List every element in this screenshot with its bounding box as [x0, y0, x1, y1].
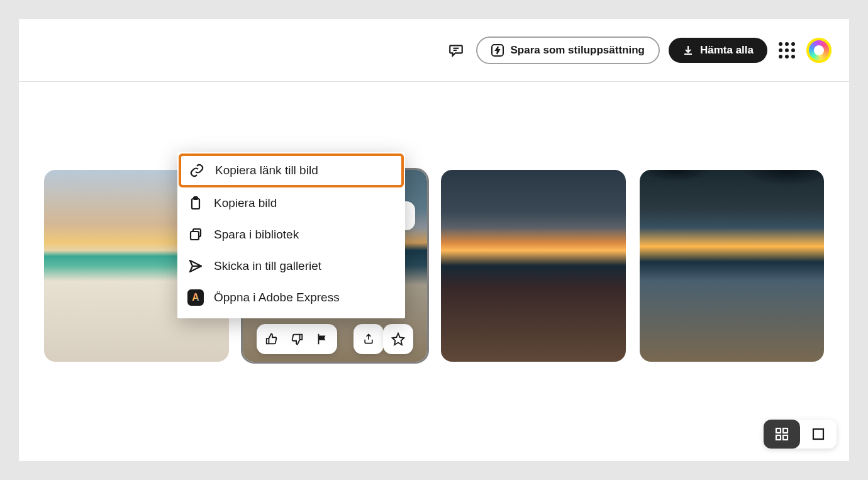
- menu-open-adobe-express[interactable]: Öppna i Adobe Express: [177, 282, 405, 313]
- context-menu: Kopiera länk till bild Kopiera bild Spar…: [177, 152, 405, 318]
- star-icon: [391, 332, 405, 346]
- feedback-actions: [257, 324, 337, 354]
- thumbs-up-icon: [265, 332, 279, 346]
- library-icon: [187, 226, 204, 243]
- menu-item-label: Kopiera länk till bild: [215, 164, 318, 177]
- svg-rect-6: [776, 428, 781, 433]
- menu-copy-image[interactable]: Kopiera bild: [177, 187, 405, 219]
- svg-rect-10: [813, 429, 823, 439]
- adobe-express-icon: [187, 289, 204, 306]
- favorite-action: [383, 324, 413, 354]
- single-view-button[interactable]: [800, 420, 837, 449]
- flag-button[interactable]: [309, 327, 335, 352]
- content-area: [19, 82, 849, 387]
- clipboard-icon: [187, 195, 204, 211]
- feedback-button[interactable]: [445, 39, 467, 62]
- image-grid: [44, 170, 824, 362]
- menu-submit-gallery[interactable]: Skicka in till galleriet: [177, 250, 405, 282]
- save-style-button[interactable]: Spara som stiluppsättning: [476, 36, 659, 64]
- app-switcher-button[interactable]: [779, 42, 795, 59]
- svg-rect-7: [783, 428, 787, 433]
- feedback-icon: [448, 42, 464, 59]
- flag-icon: [315, 332, 329, 346]
- image-card[interactable]: [441, 170, 626, 362]
- download-all-label: Hämta alla: [700, 44, 754, 57]
- menu-save-library[interactable]: Spara i bibliotek: [177, 219, 405, 250]
- send-icon: [187, 258, 204, 274]
- single-icon: [811, 427, 825, 441]
- menu-item-label: Kopiera bild: [214, 196, 277, 210]
- menu-copy-link[interactable]: Kopiera länk till bild: [179, 153, 404, 187]
- app-container: Spara som stiluppsättning Hämta alla: [19, 19, 849, 461]
- share-icon: [362, 333, 375, 345]
- thumbs-down-button[interactable]: [284, 327, 309, 352]
- thumbs-up-button[interactable]: [259, 327, 284, 352]
- share-action: [353, 324, 384, 354]
- svg-rect-8: [776, 435, 781, 440]
- favorite-button[interactable]: [386, 327, 411, 352]
- share-button[interactable]: [356, 327, 381, 352]
- svg-rect-9: [783, 435, 787, 440]
- grid-view-button[interactable]: [764, 420, 800, 449]
- svg-rect-2: [192, 199, 199, 209]
- menu-item-label: Skicka in till galleriet: [214, 259, 321, 273]
- toolbar: Spara som stiluppsättning Hämta alla: [19, 19, 849, 82]
- menu-item-label: Spara i bibliotek: [214, 228, 299, 242]
- download-icon: [682, 45, 694, 56]
- download-all-button[interactable]: Hämta alla: [669, 38, 767, 63]
- avatar[interactable]: [806, 38, 832, 63]
- view-toggle: [764, 420, 837, 449]
- grid-icon: [775, 427, 789, 441]
- link-icon: [189, 162, 205, 179]
- thumbs-down-icon: [290, 332, 304, 346]
- image-card[interactable]: [640, 170, 825, 362]
- menu-item-label: Öppna i Adobe Express: [214, 291, 340, 304]
- lightning-icon: [491, 44, 504, 57]
- svg-rect-4: [191, 232, 199, 240]
- save-style-label: Spara som stiluppsättning: [510, 44, 644, 57]
